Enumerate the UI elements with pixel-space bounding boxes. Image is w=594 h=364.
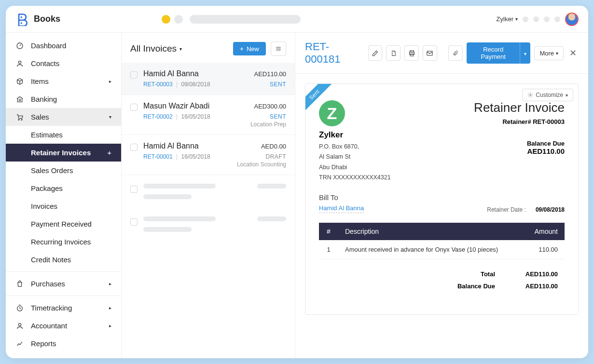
svg-point-3 (18, 61, 21, 63)
caret-right-icon: ▸ (109, 79, 111, 84)
addr-line: Al Salam St (319, 152, 391, 162)
nav-sub-packages[interactable]: Packages (6, 179, 121, 197)
row-status: SENT (270, 81, 286, 88)
document-scroll: Sent Customize ▾ Z Zylker P.O. Box 6870, (295, 74, 588, 358)
list-row[interactable]: Masun Wazir Abadi AED300.00 RET-00002 | … (122, 95, 295, 135)
detail-title: RET-000181 (305, 40, 360, 66)
search-placeholder-pill[interactable] (190, 15, 301, 24)
customize-button[interactable]: Customize ▾ (522, 89, 573, 101)
nav-label: Timetracking (31, 304, 72, 312)
row-status: SENT (270, 113, 286, 120)
close-button[interactable]: ✕ (567, 48, 579, 58)
nav-timetracking[interactable]: Timetracking ▸ (6, 299, 121, 317)
nav-label: Accountant (31, 322, 67, 330)
bill-to-name[interactable]: Hamid Al Banna (319, 204, 364, 213)
nav-sub-retainer-invoices[interactable]: Retainer Invoices + (6, 144, 121, 162)
caret-down-icon: ▾ (566, 93, 568, 98)
new-button-label: New (247, 45, 259, 53)
nav-contacts[interactable]: Contacts (6, 54, 121, 72)
list-menu-button[interactable] (271, 41, 286, 56)
balance-due-value-2: AED110.00 (510, 283, 558, 290)
edit-button[interactable] (368, 45, 383, 61)
record-payment-label: Record Payment (481, 46, 506, 60)
totals-block: Total AED110.00 Balance Due AED110.00 (319, 268, 565, 292)
list-filter-dropdown[interactable]: All Invoices ▾ (130, 43, 182, 54)
svg-point-4 (18, 119, 19, 120)
nav-sub-label: Retainer Invoices (31, 148, 91, 157)
nav-banking[interactable]: Banking (6, 90, 121, 108)
nav-purchases[interactable]: Purchases ▸ (6, 275, 121, 293)
accountant-icon (15, 322, 24, 330)
skeleton-row (122, 208, 295, 241)
balance-due-label-2: Balance Due (442, 283, 495, 290)
row-checkbox[interactable] (130, 71, 138, 79)
nav-sub-estimates[interactable]: Estimates (6, 126, 121, 144)
books-logo-icon (15, 13, 29, 26)
row-ref: RET-00002 (143, 113, 173, 120)
trn-line: TRN XXXXXXXXXXX4321 (319, 173, 391, 183)
svg-point-1 (21, 22, 23, 24)
nav-dashboard[interactable]: Dashboard (6, 37, 121, 54)
total-label: Total (442, 270, 495, 278)
caret-down-icon: ▾ (180, 46, 182, 52)
user-avatar[interactable] (565, 13, 579, 26)
nav-sub-label: Credit Notes (31, 256, 71, 264)
nav-label: Banking (31, 95, 57, 103)
timetracking-icon (15, 304, 24, 312)
pdf-button[interactable] (386, 45, 401, 61)
row-ref: RET-00003 (143, 81, 173, 88)
list-row[interactable]: Hamid Al Banna AED0.00 RET-00001 | 16/05… (122, 135, 295, 175)
row-checkbox[interactable] (130, 104, 138, 111)
nav-label: Items (31, 77, 49, 85)
nav-sub-label: Payment Received (31, 220, 92, 228)
nav-sub-label: Packages (31, 184, 63, 192)
skeleton-row (122, 175, 295, 208)
divider (6, 271, 121, 272)
row-checkbox (130, 218, 138, 226)
cell-amt: 110.00 (524, 240, 565, 259)
row-amount: AED0.00 (261, 143, 286, 150)
nav-sub-recurring-invoices[interactable]: Recurring Invoices (6, 233, 121, 251)
caret-right-icon: ▸ (109, 305, 111, 310)
top-icon-2[interactable] (533, 16, 539, 22)
cell-desc: Amount received in advance for Onyx Vase… (338, 240, 524, 259)
print-button[interactable] (404, 45, 419, 61)
nav-sub-sales-orders[interactable]: Sales Orders (6, 162, 121, 179)
top-icon-4[interactable] (554, 16, 560, 22)
row-checkbox[interactable] (130, 144, 138, 151)
list-body: Hamid Al Banna AED110.00 RET-00003 | 09/… (122, 63, 295, 241)
list-row[interactable]: Hamid Al Banna AED110.00 RET-00003 | 09/… (122, 63, 295, 95)
top-icon-1[interactable] (523, 16, 528, 22)
org-switcher[interactable]: Zylker ▾ (497, 15, 518, 23)
more-button[interactable]: More ▾ (534, 46, 564, 60)
nav-accountant[interactable]: Accountant ▸ (6, 317, 121, 335)
svg-point-0 (21, 16, 23, 18)
nav-sub-label: Invoices (31, 202, 57, 210)
top-icon-3[interactable] (544, 16, 550, 22)
nav-reports[interactable]: Reports (6, 335, 121, 352)
row-amount: AED300.00 (254, 103, 287, 110)
caret-down-icon: ▾ (109, 114, 111, 120)
nav-sub-payment-received[interactable]: Payment Received (6, 215, 121, 233)
notification-dot-icon[interactable] (162, 15, 170, 24)
nav-label: Sales (31, 113, 49, 121)
attach-button[interactable] (448, 45, 463, 61)
nav-sub-label: Estimates (31, 131, 63, 139)
nav-sub-credit-notes[interactable]: Credit Notes (6, 251, 121, 269)
row-checkbox (130, 186, 138, 193)
mail-button[interactable] (423, 45, 437, 61)
new-button[interactable]: + New (233, 42, 266, 55)
add-icon[interactable]: + (107, 148, 111, 157)
balance-due-amount: AED110.00 (474, 147, 565, 155)
nav-sub-invoices[interactable]: Invoices (6, 197, 121, 215)
row-date: 16/05/2018 (181, 113, 210, 120)
row-customer-name: Hamid Al Banna (143, 69, 199, 78)
dashboard-icon (15, 42, 24, 50)
nav-sales[interactable]: Sales ▾ (6, 108, 121, 126)
nav-items[interactable]: Items ▸ (6, 72, 121, 90)
row-customer-name: Hamid Al Banna (143, 142, 199, 150)
record-payment-caret[interactable]: ▾ (520, 42, 530, 64)
sidebar: Dashboard Contacts Items ▸ Banking Sales… (6, 33, 122, 358)
app-logo[interactable]: Books (15, 13, 60, 26)
record-payment-button[interactable]: Record Payment (467, 42, 520, 64)
